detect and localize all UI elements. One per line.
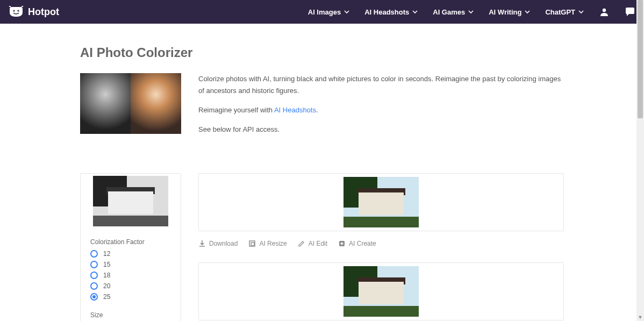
scrollbar[interactable]: ▲ ▼ — [636, 0, 644, 321]
hero-image-bw — [80, 73, 131, 134]
factor-option-15[interactable]: 15 — [90, 261, 171, 268]
input-card: Colorization Factor 12 15 18 20 25 Size … — [80, 173, 181, 321]
svg-point-0 — [13, 10, 15, 11]
download-icon — [198, 240, 206, 247]
intro-paragraph-1: Colorize photos with AI, turning black a… — [198, 73, 564, 97]
result-card-1 — [198, 173, 564, 231]
factor-label: Colorization Factor — [90, 238, 171, 246]
ai-resize-button[interactable]: AI Resize — [248, 240, 287, 247]
edit-icon — [298, 240, 305, 247]
user-icon[interactable] — [599, 6, 610, 17]
nav-ai-headshots[interactable]: AI Headshots — [364, 8, 418, 16]
radio-icon — [90, 250, 98, 258]
nav-ai-writing[interactable]: AI Writing — [489, 8, 530, 16]
result-image-1[interactable] — [344, 177, 419, 227]
left-column: Colorization Factor 12 15 18 20 25 Size … — [80, 173, 181, 321]
chat-icon[interactable] — [625, 6, 635, 17]
scroll-down-arrow[interactable]: ▼ — [636, 313, 644, 321]
hero-image-color — [131, 73, 181, 134]
main-nav: AI Images AI Headshots AI Games AI Writi… — [308, 6, 635, 17]
brand-name: Hotpot — [28, 6, 59, 18]
factor-option-18[interactable]: 18 — [90, 272, 171, 279]
nav-chatgpt[interactable]: ChatGPT — [545, 8, 584, 16]
radio-icon — [90, 261, 98, 268]
radio-icon — [90, 272, 98, 279]
page-content: AI Photo Colorizer Colorize photos with … — [80, 24, 564, 321]
svg-rect-4 — [251, 242, 254, 246]
ai-headshots-link[interactable]: AI Headshots — [274, 106, 316, 114]
top-bar: Hotpot AI Images AI Headshots AI Games A… — [0, 0, 644, 24]
factor-option-12[interactable]: 12 — [90, 250, 171, 258]
factor-option-25[interactable]: 25 — [90, 293, 171, 301]
nav-ai-games[interactable]: AI Games — [433, 8, 474, 16]
intro-text: Colorize photos with AI, turning black a… — [198, 73, 564, 143]
create-icon — [338, 240, 346, 247]
factor-option-20[interactable]: 20 — [90, 282, 171, 290]
intro-paragraph-2: Reimagine yourself with AI Headshots. — [198, 104, 564, 116]
result-card-2 — [198, 262, 564, 320]
brand-logo[interactable]: Hotpot — [9, 6, 59, 18]
ai-edit-button[interactable]: AI Edit — [298, 240, 327, 247]
ai-create-button[interactable]: AI Create — [338, 240, 376, 247]
work-area: Colorization Factor 12 15 18 20 25 Size … — [80, 173, 564, 321]
hotpot-logo-icon — [9, 6, 24, 18]
nav-ai-images[interactable]: AI Images — [308, 8, 349, 16]
radio-icon — [90, 293, 98, 301]
input-preview[interactable] — [81, 174, 181, 229]
chevron-down-icon — [525, 9, 530, 15]
chevron-down-icon — [412, 9, 418, 15]
svg-point-2 — [603, 9, 606, 12]
page-title: AI Photo Colorizer — [80, 45, 564, 60]
intro-section: Colorize photos with AI, turning black a… — [80, 73, 564, 143]
hero-image — [80, 73, 181, 134]
chevron-down-icon — [578, 9, 584, 15]
result-image-2[interactable] — [344, 266, 419, 317]
intro-paragraph-3: See below for API access. — [198, 124, 564, 135]
chevron-down-icon — [468, 9, 474, 15]
scrollbar-thumb[interactable] — [638, 0, 643, 118]
resize-icon — [248, 240, 256, 247]
svg-point-1 — [17, 10, 19, 11]
size-label: Size — [90, 311, 171, 319]
right-column: Download AI Resize AI Edit AI Create Dow… — [198, 173, 564, 321]
radio-icon — [90, 282, 98, 290]
chevron-down-icon — [344, 9, 349, 15]
download-button[interactable]: Download — [198, 240, 238, 247]
input-image — [93, 176, 168, 226]
result-actions-1: Download AI Resize AI Edit AI Create — [198, 237, 564, 262]
controls-panel: Colorization Factor 12 15 18 20 25 Size … — [81, 229, 181, 321]
